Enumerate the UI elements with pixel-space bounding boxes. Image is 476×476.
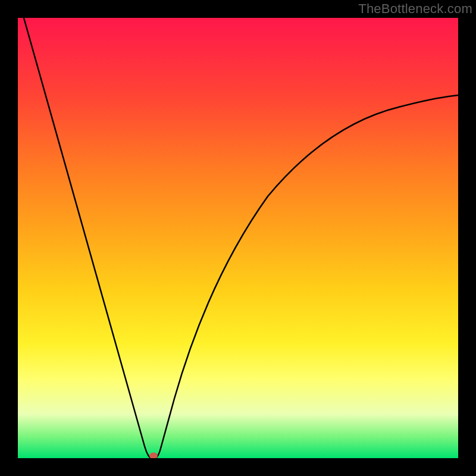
min-point-marker [149,453,158,459]
bottleneck-curve [24,18,458,458]
watermark-text: TheBottleneck.com [358,1,472,17]
chart-frame: TheBottleneck.com [0,0,476,476]
chart-svg [18,18,458,458]
plot-area [18,18,458,458]
